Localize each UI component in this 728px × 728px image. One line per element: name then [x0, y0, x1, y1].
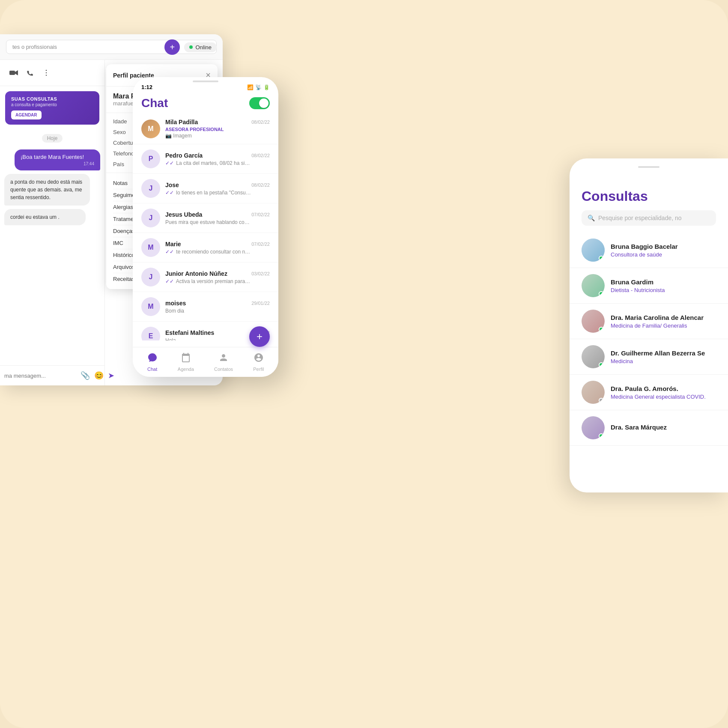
- nav-contatos[interactable]: Contatos: [214, 352, 233, 372]
- nav-contatos-label: Contatos: [214, 367, 233, 372]
- consulta-list-item[interactable]: Dra. Maria Carolina de Alencar Medicina …: [570, 304, 728, 339]
- attachment-icon[interactable]: 📎: [81, 371, 90, 380]
- status-dot-online: [599, 327, 604, 332]
- chat-list-item[interactable]: J Jose 08/02/22 ✓✓ lo tienes en la pesta…: [133, 174, 278, 203]
- fab-new-chat-button[interactable]: +: [249, 326, 270, 347]
- phone-notch-bar: [193, 81, 218, 82]
- specialist-name: Dra. Paula G. Amorós.: [611, 385, 716, 392]
- consulta-info-bruna-gardim: Bruna Gardim Dietista - Nutricionista: [611, 278, 716, 293]
- consulta-info-sara: Dra. Sara Márquez: [611, 424, 716, 432]
- chat-nav-icon: [147, 352, 158, 365]
- consulta-info-bruna-bacelar: Bruna Baggio Bacelar Consultora de saúde: [611, 243, 716, 258]
- emoji-icon[interactable]: 😊: [94, 371, 104, 380]
- chat-item-time: 08/02/22: [251, 153, 270, 158]
- chat-input[interactable]: [4, 373, 76, 379]
- chat-item-time: 08/02/22: [251, 119, 270, 125]
- specialist-specialty: Medicina de Familia/ Generalis: [611, 322, 716, 329]
- chat-list-item[interactable]: M Mila Padilla 08/02/22 ASESORA PROFESIO…: [133, 113, 278, 144]
- consulta-list-item[interactable]: Bruna Baggio Bacelar Consultora de saúde: [570, 233, 728, 268]
- chat-list-item[interactable]: M Marie 07/02/22 ✓✓ te recomiendo consul…: [133, 233, 278, 263]
- suas-consultas-title: SUAS CONSULTAS: [11, 96, 93, 101]
- contatos-nav-icon: [218, 352, 229, 365]
- consulta-list-item[interactable]: Bruna Gardim Dietista - Nutricionista: [570, 268, 728, 304]
- avatar-pedro: P: [141, 149, 160, 168]
- laptop-plus-button[interactable]: +: [164, 39, 180, 55]
- chat-item-time: 07/02/22: [251, 242, 270, 247]
- status-dot-online: [599, 256, 604, 261]
- chat-item-name: Jose: [165, 182, 179, 188]
- chat-list-item[interactable]: P Pedro García 08/02/22 ✓✓ La cita del m…: [133, 144, 278, 174]
- nav-chat[interactable]: Chat: [147, 352, 158, 372]
- status-dot-offline: [599, 398, 604, 403]
- video-call-button[interactable]: [7, 66, 21, 80]
- consulta-info-guilherme: Dr. Guilherme Allan Bezerra Se Medicina: [611, 349, 716, 364]
- chat-toggle-switch[interactable]: [249, 97, 270, 109]
- nav-perfil[interactable]: Perfil: [253, 352, 264, 372]
- consultas-notch: [570, 158, 728, 171]
- agenda-nav-icon: [181, 352, 191, 365]
- svg-point-3: [46, 75, 47, 76]
- chat-item-content-moises: moises 29/01/22 Bom dia: [165, 300, 270, 314]
- avatar-jesus: J: [141, 209, 160, 227]
- consulta-info-paula: Dra. Paula G. Amorós. Medicina General e…: [611, 385, 716, 400]
- perfil-nav-icon: [254, 352, 264, 365]
- chat-item-time: 08/02/22: [251, 182, 270, 188]
- chat-bubble-right-1: ¡Boa tarde Mara Fuentes! 17:44: [15, 149, 100, 170]
- search-icon: 🔍: [588, 215, 595, 221]
- specialist-specialty: Medicina: [611, 358, 716, 364]
- toggle-knob: [259, 98, 269, 108]
- avatar-marie: M: [141, 238, 160, 257]
- chat-item-time: 07/02/22: [251, 212, 270, 217]
- chat-list: M Mila Padilla 08/02/22 ASESORA PROFESIO…: [133, 113, 278, 340]
- avatar-bruna-gardim: [582, 274, 605, 297]
- specialist-name: Bruna Gardim: [611, 278, 716, 286]
- chat-item-name: Junior Antonio Núñez: [165, 270, 227, 277]
- consulta-list-item[interactable]: Dra. Sara Márquez: [570, 410, 728, 446]
- avatar-guilherme: [582, 345, 605, 368]
- specialist-specialty: Consultora de saúde: [611, 251, 716, 258]
- phone-time: 1:12: [141, 84, 152, 90]
- consultas-header: Consultas 🔍 Pesquise por especialidade, …: [570, 171, 728, 233]
- send-icon[interactable]: ➤: [108, 371, 114, 380]
- svg-point-1: [46, 70, 47, 71]
- chat-list-item[interactable]: J Jesus Ubeda 07/02/22 Pues mira que est…: [133, 203, 278, 233]
- wifi-icon: 📶: [247, 84, 254, 90]
- consultas-notch-bar: [638, 166, 659, 168]
- chat-item-name: moises: [165, 300, 186, 307]
- chat-item-name: Mila Padilla: [165, 119, 198, 125]
- consulta-list-item[interactable]: Dr. Guilherme Allan Bezerra Se Medicina: [570, 339, 728, 375]
- online-status-badge: Online: [184, 42, 217, 52]
- phone-call-button[interactable]: [23, 66, 37, 80]
- chat-item-preview: 📷 Imagem: [165, 133, 251, 139]
- consulta-list-item[interactable]: Dra. Paula G. Amorós. Medicina General e…: [570, 375, 728, 410]
- chat-bubble-left-1: a ponta do meu dedo está mais quente que…: [4, 174, 90, 206]
- consultas-search-bar[interactable]: 🔍 Pesquise por especialidade, no: [582, 210, 716, 226]
- avatar-moises: M: [141, 297, 160, 316]
- phone-notch: [133, 77, 278, 82]
- chat-item-content-jose: Jose 08/02/22 ✓✓ lo tienes en la pestaña…: [165, 182, 270, 196]
- status-dot-online: [599, 433, 604, 439]
- chat-item-preview: Hola: [165, 337, 251, 341]
- chat-date-divider: Hoje: [0, 130, 104, 146]
- avatar-carolina: [582, 310, 605, 333]
- chat-item-content-pedro: Pedro García 08/02/22 ✓✓ La cita del mar…: [165, 152, 270, 166]
- signal-icon: 📡: [255, 84, 262, 90]
- specialist-name: Dra. Sara Márquez: [611, 424, 716, 431]
- chat-item-content-jesus: Jesus Ubeda 07/02/22 Pues mira que estuv…: [165, 211, 270, 225]
- chat-item-time: 29/01/22: [251, 301, 270, 306]
- chat-list-item[interactable]: J Junior Antonio Núñez 03/02/22 ✓✓ Activ…: [133, 263, 278, 292]
- battery-icon: 🔋: [263, 84, 270, 90]
- search-placeholder: Pesquise por especialidade, no: [598, 215, 682, 221]
- chat-item-preview: ✓✓ Activa la versión premian para acced.…: [165, 278, 251, 284]
- bottom-navigation: Chat Agenda Contatos Pe: [133, 347, 278, 377]
- chat-item-name: Estefani Maltines: [165, 329, 214, 336]
- chat-item-preview: Pues mira que estuve hablando con un...: [165, 219, 251, 225]
- chat-item-preview: ✓✓ lo tienes en la pestaña "Consultas": [165, 190, 251, 196]
- nav-chat-label: Chat: [147, 367, 157, 372]
- chat-list-item[interactable]: M moises 29/01/22 Bom dia: [133, 292, 278, 322]
- nav-perfil-label: Perfil: [253, 367, 264, 372]
- agendar-button[interactable]: AGENDAR: [11, 110, 42, 119]
- nav-agenda[interactable]: Agenda: [178, 352, 194, 372]
- more-options-button[interactable]: [39, 66, 53, 80]
- avatar-junior: J: [141, 268, 160, 286]
